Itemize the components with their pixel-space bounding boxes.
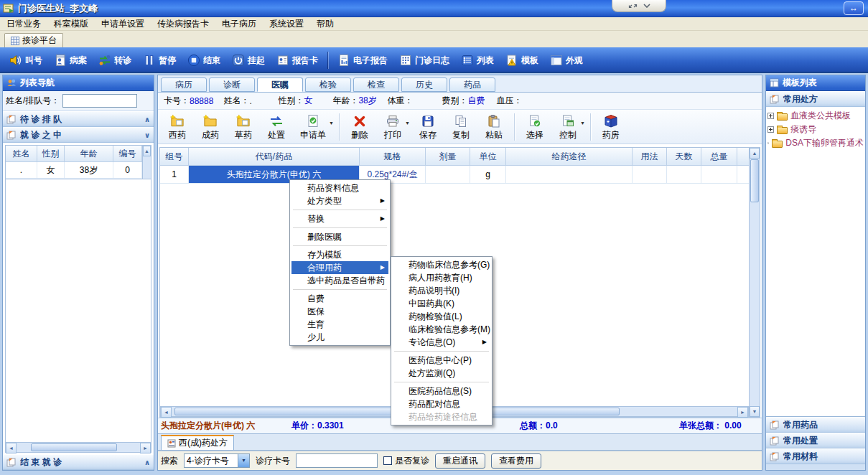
submenu-item-prescription-monitoring[interactable]: 处方监测(Q) xyxy=(393,367,490,380)
submenu-item-clinical-drug-info[interactable]: 药物临床信息参考(G) xyxy=(393,258,490,271)
tab-western-prescription[interactable]: 西(成)药处方 xyxy=(161,435,234,450)
scroll-left-arrow[interactable]: ◄ xyxy=(161,407,172,418)
menu-help[interactable]: 帮助 xyxy=(310,17,340,31)
menu-item-replace[interactable]: 替换▶ xyxy=(291,212,388,225)
menu-item-rational-drug-use[interactable]: 合理用药▶ xyxy=(291,261,388,274)
menu-item-maternity[interactable]: 生育 xyxy=(291,318,388,331)
menu-infectious-report-card[interactable]: 传染病报告卡 xyxy=(151,17,215,31)
menu-item-delete-order[interactable]: 删除医嘱 xyxy=(291,230,388,243)
select-button[interactable]: 选择 xyxy=(518,113,551,141)
section-common-materials[interactable]: 常用材料 xyxy=(766,448,865,464)
collapse-chevron-icon[interactable]: ∧ xyxy=(144,116,150,123)
submenu-item-drug-instructions[interactable]: 药品说明书(I) xyxy=(393,284,490,297)
queue-vertical-scrollbar[interactable]: ▲ xyxy=(142,146,151,179)
dropdown-arrow-icon[interactable]: ▼ xyxy=(329,121,334,126)
print-button[interactable]: 打印 xyxy=(376,113,409,141)
referral-button[interactable]: 转诊 xyxy=(93,52,136,69)
queue-table-row[interactable]: . 女 38岁 0 xyxy=(6,162,142,179)
tree-expand-icon[interactable] xyxy=(767,113,774,119)
menu-item-drug-info[interactable]: 药品资料信息 xyxy=(291,182,388,194)
tab-diagnosis[interactable]: 诊断 xyxy=(209,77,255,92)
tab-orders[interactable]: 医嘱 xyxy=(257,77,303,92)
dropdown-arrow-icon[interactable]: ▼ xyxy=(580,121,585,126)
scroll-up-arrow[interactable]: ▲ xyxy=(143,146,151,156)
pharmacy-button[interactable]: 药房 xyxy=(594,113,627,141)
resize-button[interactable]: ↔ xyxy=(844,1,864,15)
queue-horizontal-scrollbar[interactable]: ◄ ► xyxy=(5,442,151,453)
disposal-button[interactable]: 处置 xyxy=(260,113,293,141)
submenu-item-clinical-test-info[interactable]: 临床检验信息参考(M) xyxy=(393,323,490,336)
copy-button[interactable]: 复制 xyxy=(444,113,477,141)
menu-daily-business[interactable]: 日常业务 xyxy=(0,17,47,31)
tree-expand-icon[interactable] xyxy=(767,126,774,133)
collapse-chevron-icon[interactable]: ∧ xyxy=(144,458,150,466)
menu-dept-template[interactable]: 科室模版 xyxy=(47,17,95,31)
menu-item-self-pay[interactable]: 自费 xyxy=(291,292,388,305)
scroll-right-arrow[interactable]: ► xyxy=(737,407,748,418)
call-number-button[interactable]: 叫号 xyxy=(4,52,47,69)
suspend-button[interactable]: 挂起 xyxy=(227,52,270,69)
card-number-input[interactable] xyxy=(296,453,378,468)
menu-item-medical-insurance[interactable]: 医保 xyxy=(291,305,388,318)
scroll-up-arrow[interactable]: ▲ xyxy=(750,148,760,159)
section-end-visit[interactable]: 结 束 就 诊 ∧ xyxy=(3,454,154,470)
scroll-down-arrow[interactable]: ▼ xyxy=(750,406,760,417)
menu-request-form-settings[interactable]: 申请单设置 xyxy=(95,17,151,31)
herbal-medicine-button[interactable]: 草药 xyxy=(227,113,260,141)
tab-history[interactable]: 历史 xyxy=(401,77,447,92)
menu-item-self-provided-drug[interactable]: 选中药品是否自带药 xyxy=(291,274,388,287)
search-type-select[interactable]: 4-诊疗卡号 ▼ xyxy=(184,453,250,468)
clinic-log-button[interactable]: 门诊日志 xyxy=(394,52,454,69)
control-button[interactable]: 控制 xyxy=(551,113,584,141)
paste-button[interactable]: 粘贴 xyxy=(477,113,510,141)
scroll-thumb[interactable] xyxy=(31,443,117,451)
section-waiting-queue[interactable]: 待 诊 排 队 ∧ xyxy=(3,111,154,127)
e-report-button[interactable]: 电子报告 xyxy=(332,52,393,69)
template-button[interactable]: 模板 xyxy=(500,52,543,69)
submenu-item-china-pharmacopoeia[interactable]: 中国药典(K) xyxy=(393,297,490,310)
revisit-checkbox[interactable] xyxy=(383,456,392,465)
menu-system-settings[interactable]: 系统设置 xyxy=(263,17,310,31)
menu-emr[interactable]: 电子病历 xyxy=(215,17,263,31)
submenu-item-hospital-drug-info[interactable]: 医院药品信息(S) xyxy=(393,385,490,398)
submenu-item-drug-pairing-info[interactable]: 药品配对信息 xyxy=(393,398,490,410)
scroll-right-arrow[interactable]: ► xyxy=(140,443,151,453)
view-fees-button[interactable]: 查看费用 xyxy=(491,453,541,469)
submenu-item-drug-test-values[interactable]: 药物检验值(L) xyxy=(393,310,490,323)
section-common-disposal[interactable]: 常用处置 xyxy=(766,433,865,448)
end-button[interactable]: 结束 xyxy=(182,52,225,69)
tree-expand-icon[interactable] xyxy=(767,140,769,146)
report-card-button[interactable]: 报告卡 xyxy=(271,52,323,69)
restart-comm-button[interactable]: 重启通讯 xyxy=(435,453,485,469)
patent-medicine-button[interactable]: 成药 xyxy=(194,113,227,141)
menu-item-child[interactable]: 少儿 xyxy=(291,331,388,344)
list-button[interactable]: 列表 xyxy=(456,52,499,69)
expand-chevron-icon[interactable]: ∨ xyxy=(144,131,150,139)
tree-item-dsa-recanalization[interactable]: DSA下输卵管再通术 xyxy=(767,136,864,150)
medical-record-button[interactable]: 病案 xyxy=(49,52,92,69)
order-row[interactable]: 1 头孢拉定分散片(申优) 六 0.25g*24#/盒 g xyxy=(160,166,749,184)
delete-button[interactable]: 删除 xyxy=(343,113,376,141)
pause-button[interactable]: 暂停 xyxy=(138,52,181,69)
section-common-drugs[interactable]: 常用药品 xyxy=(766,417,865,433)
scroll-thumb[interactable] xyxy=(750,159,759,202)
western-medicine-button[interactable]: 西药 xyxy=(161,113,194,141)
section-common-prescriptions[interactable]: 常用处方 xyxy=(766,91,865,107)
appearance-button[interactable]: 外观 xyxy=(545,52,588,69)
tab-drugs[interactable]: 药品 xyxy=(449,77,495,92)
queue-search-input[interactable] xyxy=(62,94,137,108)
save-button[interactable]: 保存 xyxy=(411,113,444,141)
submenu-item-medical-info-center[interactable]: 医药信息中心(P) xyxy=(393,354,490,367)
tree-item-blood-templates[interactable]: 血液类公共模板 xyxy=(767,109,864,123)
menu-item-prescription-type[interactable]: 处方类型▶ xyxy=(291,194,388,207)
scroll-left-arrow[interactable]: ◄ xyxy=(6,443,17,453)
request-form-button[interactable]: 申请单 xyxy=(293,113,333,141)
tab-reception-platform[interactable]: 接诊平台 xyxy=(4,33,63,47)
submenu-item-monograph-info[interactable]: 专论信息(O)▶ xyxy=(393,336,490,349)
tree-item-sputum-induction[interactable]: 痰诱导 xyxy=(767,123,864,136)
tab-medical-record[interactable]: 病历 xyxy=(161,77,207,92)
select-arrow-icon[interactable]: ▼ xyxy=(238,454,249,467)
menu-item-save-as-template[interactable]: 存为模版 xyxy=(291,248,388,261)
tab-examination[interactable]: 检查 xyxy=(353,77,399,92)
orders-vertical-scrollbar[interactable]: ▲ ▼ xyxy=(749,148,760,417)
